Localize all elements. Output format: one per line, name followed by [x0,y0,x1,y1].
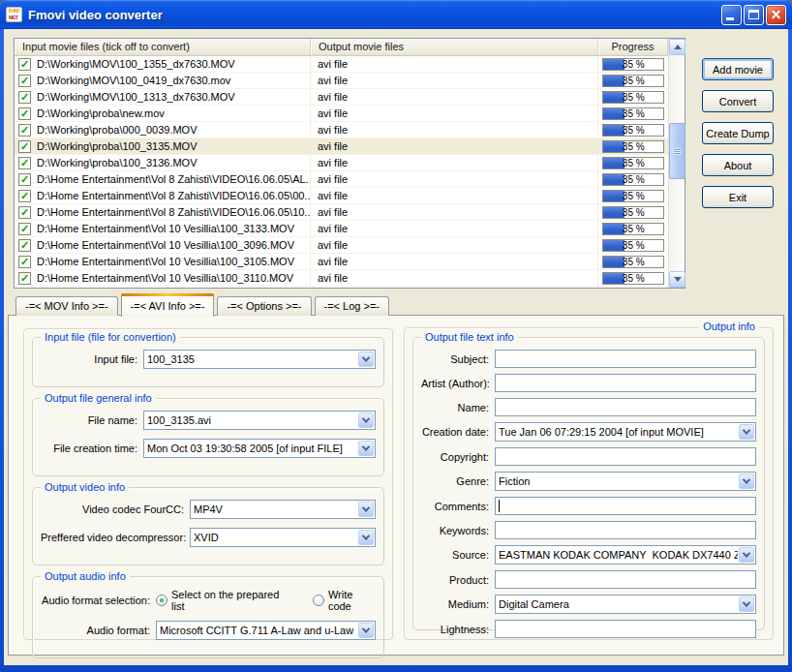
file-list-row[interactable]: ✓D:\Working\proba\100_3135.MOVavi file35… [15,138,668,155]
source-combo[interactable]: EASTMAN KODAK COMPANY KODAK DX7440 ZOO [495,545,756,565]
tab-log[interactable]: -=< Log >=- [315,296,390,316]
chevron-down-icon[interactable] [739,596,754,612]
file-list-row[interactable]: ✓D:\Working\MOV\100_0419_dx7630.movavi f… [15,73,668,89]
thumb-grip-icon [674,148,681,155]
minimize-button[interactable] [721,5,742,25]
input-file-path: D:\Home Entertainment\Vol 10 Vesillia\10… [37,239,294,251]
row-checkbox[interactable]: ✓ [18,190,31,202]
row-checkbox[interactable]: ✓ [18,107,31,120]
row-checkbox[interactable]: ✓ [18,272,31,285]
arrow-down-icon [674,277,682,282]
row-checkbox[interactable]: ✓ [18,75,31,87]
group-output-audio-info: Output audio info Audio format selection… [32,576,384,658]
chevron-down-icon[interactable] [739,424,754,440]
tab-options[interactable]: -=< Options >=- [217,296,311,316]
progress-text: 35 % [623,174,645,185]
chevron-down-icon[interactable] [358,623,374,638]
input-file-path: D:\Home Entertainment\Vol 8 Zahisti\VIDE… [37,206,311,218]
column-header-progress[interactable]: Progress [598,39,668,55]
copyright-input[interactable] [495,447,756,466]
row-checkbox[interactable]: ✓ [18,173,31,186]
radio-label[interactable]: Select on the prepared list [171,589,288,612]
chevron-down-icon[interactable] [358,502,374,517]
audio-format-combo[interactable]: Microsoft CCITT G.711 A-Law and u-Law [156,621,376,640]
progress-text: 35 % [623,207,645,218]
tab-avi-info[interactable]: -=< AVI Info >=- [121,293,215,317]
row-checkbox[interactable]: ✓ [18,223,31,235]
row-checkbox[interactable]: ✓ [18,140,31,153]
radio-select-on-prepared-list[interactable] [156,595,168,606]
group-title: Output file general info [41,392,156,404]
tab-strip: -=< MOV Info >=- -=< AVI Info >=- -=< Op… [15,292,389,316]
file-list-row[interactable]: ✓D:\Home Entertainment\Vol 10 Vesillia\1… [15,270,668,287]
file-list-row[interactable]: ✓D:\Home Entertainment\Vol 10 Vesillia\1… [15,254,668,270]
chevron-down-icon[interactable] [358,351,374,367]
row-checkbox[interactable]: ✓ [18,124,31,137]
close-button[interactable] [766,5,786,25]
about-button[interactable]: About [702,154,774,176]
lightness-input[interactable] [495,620,756,638]
row-checkbox[interactable]: ✓ [18,239,31,252]
chevron-down-icon[interactable] [739,473,754,489]
field-label: Video codec FourCC: [41,504,190,515]
file-name-combo[interactable]: 100_3135.avi [143,411,376,430]
row-checkbox[interactable]: ✓ [18,157,31,169]
progress-text: 35 % [623,141,645,152]
row-checkbox[interactable]: ✓ [18,58,31,71]
progress-bar: 35 % [602,239,664,252]
maximize-button[interactable] [744,5,764,25]
genre-combo[interactable]: Fiction [495,472,756,491]
group-title: Output file text info [421,331,518,343]
create-dump-button[interactable]: Create Dump [702,122,774,144]
column-header-output-files[interactable]: Output movie files [311,39,598,55]
keywords-input[interactable] [495,521,756,539]
titlebar[interactable]: FUNT MGT Fmovi video converter [0,0,792,29]
medium-combo[interactable]: Digital Camera [495,595,756,614]
file-creation-time-combo[interactable]: Mon Oct 03 19:30:58 2005 [of input FILE] [143,439,376,458]
scrollbar-thumb[interactable] [669,123,685,179]
creation-date-combo[interactable]: Tue Jan 06 07:29:15 2004 [of input MOVIE… [495,422,756,442]
row-checkbox[interactable]: ✓ [18,91,31,104]
tab-mov-info[interactable]: -=< MOV Info >=- [15,296,118,316]
file-list-row[interactable]: ✓D:\Home Entertainment\Vol 8 Zahisti\VID… [15,204,668,221]
output-info-label: Output info [699,321,759,332]
file-list-row[interactable]: ✓D:\Working\proba\000_0039.MOVavi file35… [15,122,668,138]
input-output-settings-panel: Input file (file for convertion) Input f… [23,328,393,640]
preffered-video-decompressor-combo[interactable]: XVID [190,528,376,547]
file-list-row[interactable]: ✓D:\Working\proba\100_3136.MOVavi file35… [15,155,668,171]
scroll-up-button[interactable] [669,39,685,55]
input-file-combo[interactable]: 100_3135 [143,350,376,369]
row-checkbox[interactable]: ✓ [18,256,31,268]
input-file-path: D:\Working\proba\100_3136.MOV [37,157,198,168]
file-list-row[interactable]: ✓D:\Working\proba\new.movavi file35 % [15,106,668,122]
file-list-row[interactable]: ✓D:\Home Entertainment\Vol 10 Vesillia\1… [15,237,668,254]
radio-write-code[interactable] [313,595,324,606]
scroll-down-button[interactable] [669,271,685,288]
file-list-row[interactable]: ✓D:\Home Entertainment\Vol 8 Zahisti\VID… [15,171,668,188]
name-input[interactable] [495,398,756,416]
file-list-row[interactable]: ✓D:\Home Entertainment\Vol 8 Zahisti\VID… [15,188,668,204]
artist-author-input[interactable] [495,374,756,392]
convert-button[interactable]: Convert [702,90,774,112]
exit-button[interactable]: Exit [702,186,774,208]
minimize-icon [726,17,734,20]
radio-label[interactable]: Write code [328,589,376,612]
vertical-scrollbar[interactable] [668,39,685,288]
file-list-row[interactable]: ✓D:\Working\MOV\100_1355_dx7630.MOVavi f… [15,56,668,73]
column-header-input-files[interactable]: Input movie files (tick off to convert) [15,39,311,55]
video-codec-fourcc-combo[interactable]: MP4V [190,500,376,519]
subject-input[interactable] [495,350,756,368]
chevron-down-icon[interactable] [358,412,374,428]
chevron-down-icon[interactable] [358,530,374,545]
add-movie-button[interactable]: Add movie [702,58,774,80]
row-checkbox[interactable]: ✓ [18,206,31,219]
product-input[interactable] [495,570,756,589]
field-label: File creation time: [41,443,143,454]
file-list-row[interactable]: ✓D:\Home Entertainment\Vol 10 Vesillia\1… [15,221,668,237]
comments-input[interactable] [495,497,756,515]
chevron-down-icon[interactable] [739,547,754,563]
file-list-row[interactable]: ✓D:\Working\MOV\100_1313_dx7630.MOVavi f… [15,89,668,106]
progress-text: 35 % [623,191,645,201]
input-file-path: D:\Working\MOV\100_0419_dx7630.mov [37,75,230,86]
chevron-down-icon[interactable] [358,441,374,456]
